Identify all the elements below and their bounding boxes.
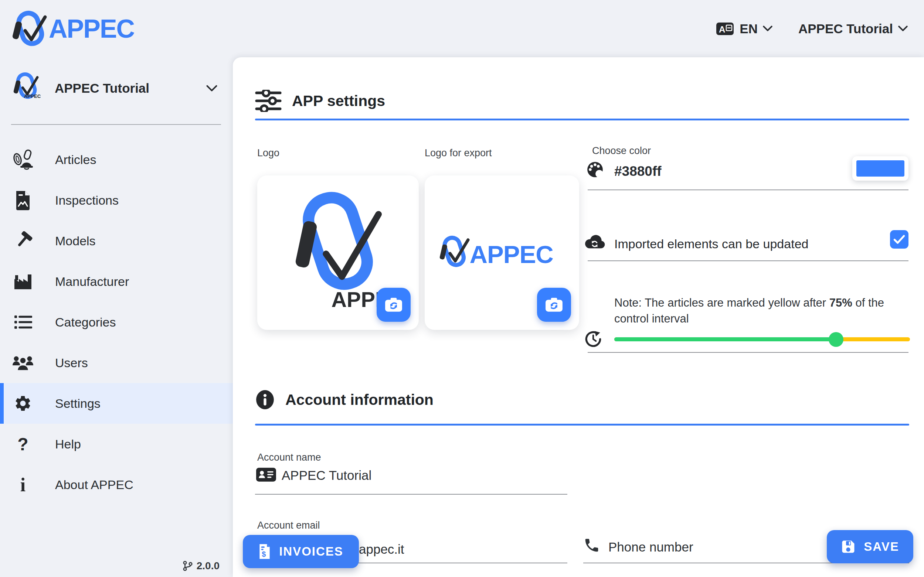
- language-selector[interactable]: A EN: [716, 21, 772, 36]
- imported-elements-label: Imported elements can be updated: [614, 237, 808, 251]
- account-name-label: Account name: [257, 452, 321, 463]
- sidebar-item-users[interactable]: Users: [0, 342, 233, 383]
- cloud-sync-icon: [584, 234, 606, 251]
- svg-text:A: A: [719, 24, 725, 34]
- logo-label: Logo: [257, 147, 279, 159]
- sidebar-nav: Articles Inspections: [0, 139, 233, 505]
- app-settings-title: APP settings: [255, 90, 385, 112]
- brand-logo: APPEC: [10, 10, 134, 47]
- info-letter-icon: i: [11, 474, 35, 496]
- account-menu-label: APPEC Tutorial: [798, 21, 893, 36]
- workspace-selector[interactable]: APPEC APPEC Tutorial: [0, 66, 233, 110]
- document-icon: [11, 190, 35, 210]
- account-info-title: Account information: [255, 390, 433, 410]
- logo-text: APPEC: [469, 240, 553, 268]
- id-card-icon: [256, 467, 276, 484]
- check-icon: [893, 234, 906, 245]
- color-field-underline: [588, 190, 908, 190]
- sidebar: APPEC APPEC Tutorial: [0, 57, 233, 577]
- invoice-icon: $: [258, 544, 271, 559]
- main-content: APP settings Logo Logo for export Choose…: [233, 57, 924, 577]
- sidebar-item-about[interactable]: i About APPEC: [0, 464, 233, 505]
- camera-refresh-icon: [384, 297, 403, 313]
- header-controls: A EN APPEC Tutorial: [716, 21, 908, 36]
- palette-icon: [586, 161, 604, 180]
- translate-icon: A: [716, 22, 734, 36]
- brand-text: APPEC: [49, 14, 134, 44]
- invoices-button[interactable]: $ INVOICES: [243, 535, 359, 568]
- chevron-down-icon: [763, 26, 772, 32]
- sidebar-item-label: Manufacturer: [55, 274, 129, 289]
- interval-slider[interactable]: [614, 331, 910, 347]
- logo-text: APPEC: [24, 93, 41, 99]
- sidebar-item-inspections[interactable]: Inspections: [0, 180, 233, 221]
- carabiner-logo-icon: [10, 10, 48, 47]
- sidebar-item-settings[interactable]: Settings: [0, 383, 233, 424]
- sidebar-divider: [11, 124, 221, 125]
- note-prefix: Note: The articles are marked yellow aft…: [614, 296, 829, 309]
- slider-thumb[interactable]: [829, 332, 843, 347]
- note-percent: 75%: [829, 296, 852, 309]
- choose-color-label: Choose color: [592, 145, 651, 156]
- sidebar-item-label: Help: [55, 437, 81, 451]
- hammer-icon: [11, 231, 35, 250]
- color-value-field[interactable]: #3880ff: [614, 164, 662, 179]
- change-logo-button[interactable]: [376, 288, 410, 322]
- history-icon: [584, 330, 603, 350]
- sidebar-item-label: Articles: [55, 153, 96, 167]
- question-mark-icon: ?: [11, 434, 35, 455]
- chevron-down-icon: [898, 26, 908, 32]
- save-button[interactable]: SAVE: [827, 530, 913, 563]
- save-floppy-icon: [841, 539, 856, 554]
- chevron-down-icon: [206, 85, 217, 92]
- account-email-label: Account email: [257, 520, 320, 531]
- account-name-underline: [255, 494, 567, 495]
- sidebar-item-label: Models: [55, 234, 96, 248]
- phone-icon: [583, 537, 600, 555]
- people-icon: [11, 354, 35, 371]
- sidebar-item-label: Settings: [55, 396, 100, 411]
- sliders-icon: [255, 90, 282, 112]
- app-logo-horizontal: APPEC: [438, 234, 566, 272]
- logo-card: APPEC: [257, 176, 419, 330]
- camera-refresh-icon: [545, 297, 563, 313]
- gear-icon: [11, 394, 35, 413]
- section-title-text: APP settings: [292, 92, 385, 110]
- svg-text:$: $: [262, 550, 267, 558]
- workspace-label: APPEC Tutorial: [55, 81, 206, 96]
- save-button-label: SAVE: [864, 540, 899, 554]
- section-rule: [255, 119, 909, 121]
- factory-icon: [11, 273, 35, 290]
- git-branch-icon: [183, 560, 193, 571]
- invoices-button-label: INVOICES: [279, 545, 343, 559]
- slider-fill: [614, 337, 836, 341]
- sidebar-item-label: Users: [55, 356, 88, 370]
- change-export-logo-button[interactable]: [537, 288, 571, 322]
- sidebar-item-label: Categories: [55, 315, 116, 329]
- climbing-gear-icon: [11, 149, 35, 170]
- sidebar-item-help[interactable]: ? Help: [0, 424, 233, 464]
- sidebar-item-label: Inspections: [55, 193, 119, 208]
- logo-export-label: Logo for export: [425, 147, 492, 159]
- account-email-field[interactable]: appec.it: [359, 542, 404, 557]
- logo-export-card: APPEC: [425, 176, 579, 330]
- section-rule: [255, 424, 909, 425]
- sidebar-item-label: About APPEC: [55, 478, 133, 492]
- language-label: EN: [740, 21, 758, 36]
- sidebar-item-categories[interactable]: Categories: [0, 302, 233, 342]
- color-swatch[interactable]: [852, 156, 908, 181]
- info-circle-icon: [255, 390, 275, 410]
- phone-number-field[interactable]: Phone number: [608, 540, 693, 554]
- slider-row-underline: [588, 352, 908, 353]
- app-root: APPEC A EN APPEC Tutorial: [0, 0, 924, 577]
- sidebar-item-models[interactable]: Models: [0, 221, 233, 261]
- imported-elements-checkbox[interactable]: [890, 230, 908, 248]
- color-swatch-fill: [856, 160, 905, 177]
- version-text: 2.0.0: [197, 560, 220, 572]
- account-menu[interactable]: APPEC Tutorial: [798, 21, 908, 36]
- workspace-logo-icon: APPEC: [11, 73, 43, 104]
- sidebar-item-manufacturer[interactable]: Manufacturer: [0, 261, 233, 302]
- account-name-field[interactable]: APPEC Tutorial: [282, 468, 372, 483]
- control-interval-note: Note: The articles are marked yellow aft…: [614, 295, 910, 327]
- sidebar-item-articles[interactable]: Articles: [0, 139, 233, 180]
